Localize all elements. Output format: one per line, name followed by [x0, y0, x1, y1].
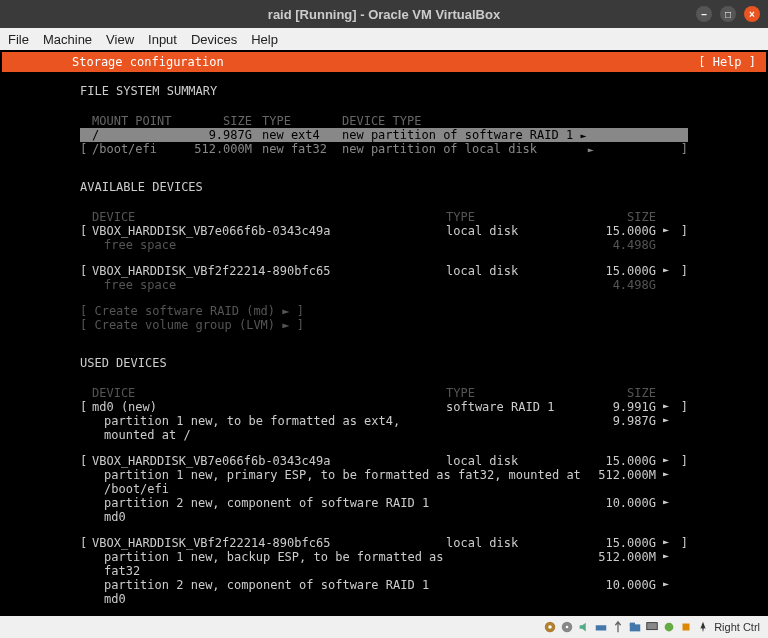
recording-icon[interactable] [662, 620, 676, 634]
used-md0-p1[interactable]: partition 1 new, to be formatted as ext4… [80, 414, 688, 442]
available-device-2-free: free space 4.498G [80, 278, 688, 292]
menu-machine[interactable]: Machine [43, 32, 92, 47]
optical-icon[interactable] [560, 620, 574, 634]
help-button[interactable]: [ Help ] [698, 55, 756, 69]
svg-rect-4 [596, 625, 607, 630]
used-disk1-p1[interactable]: partition 1 new, primary ESP, to be form… [80, 468, 688, 496]
available-headers: DEVICE TYPE SIZE [80, 210, 688, 224]
chevron-right-icon: ► [656, 224, 676, 238]
svg-rect-6 [630, 623, 635, 626]
chevron-right-icon: ► [656, 496, 676, 524]
menu-input[interactable]: Input [148, 32, 177, 47]
col-type: TYPE [262, 114, 342, 128]
available-device-1-free: free space 4.498G [80, 238, 688, 252]
chevron-right-icon: ► [656, 578, 676, 606]
menu-view[interactable]: View [106, 32, 134, 47]
create-lvm-button[interactable]: [ Create volume group (LVM) ► ] [80, 318, 688, 332]
chevron-right-icon: ► [656, 264, 676, 278]
used-title: USED DEVICES [80, 356, 688, 370]
svg-point-1 [548, 625, 552, 629]
chevron-right-icon: ► [580, 130, 586, 141]
fs-row-root[interactable]: [ / 9.987G new ext4 new partition of sof… [80, 128, 688, 142]
minimize-icon[interactable]: – [696, 6, 712, 22]
used-disk2-p1[interactable]: partition 1 new, backup ESP, to be forma… [80, 550, 688, 578]
menu-file[interactable]: File [8, 32, 29, 47]
fs-summary-title: FILE SYSTEM SUMMARY [80, 84, 688, 98]
disk-icon[interactable] [543, 620, 557, 634]
chevron-right-icon: ► [656, 468, 676, 496]
used-headers: DEVICE TYPE SIZE [80, 386, 688, 400]
menubar: File Machine View Input Devices Help [0, 28, 768, 50]
used-disk2-p2[interactable]: partition 2 new, component of software R… [80, 578, 688, 606]
statusbar: Right Ctrl [0, 616, 768, 638]
svg-point-3 [566, 626, 569, 629]
col-size: SIZE [192, 114, 262, 128]
available-device-1[interactable]: [ VBOX_HARDDISK_VB7e066f6b-0343c49a loca… [80, 224, 688, 238]
chevron-right-icon: ► [656, 536, 676, 550]
host-key-label: Right Ctrl [714, 621, 760, 633]
create-raid-button[interactable]: [ Create software RAID (md) ► ] [80, 304, 688, 318]
network-icon[interactable] [594, 620, 608, 634]
usb-icon[interactable] [611, 620, 625, 634]
col-dtype: DEVICE TYPE [342, 114, 688, 128]
close-icon[interactable]: × [744, 6, 760, 22]
menu-help[interactable]: Help [251, 32, 278, 47]
svg-point-8 [665, 623, 674, 632]
installer-header: Storage configuration [ Help ] [2, 52, 766, 72]
col-mount: MOUNT POINT [92, 114, 192, 128]
used-disk1-p2[interactable]: partition 2 new, component of software R… [80, 496, 688, 524]
window-title: raid [Running] - Oracle VM VirtualBox [268, 7, 500, 22]
fs-row-bootefi[interactable]: [ /boot/efi 512.000M new fat32 new parti… [80, 142, 688, 156]
used-disk1[interactable]: [ VBOX_HARDDISK_VB7e066f6b-0343c49a loca… [80, 454, 688, 468]
svg-rect-5 [630, 624, 641, 631]
used-md0[interactable]: [ md0 (new) software RAID 1 9.991G ► ] [80, 400, 688, 414]
svg-rect-7 [647, 623, 658, 630]
chevron-right-icon: ► [656, 414, 676, 442]
cpu-icon[interactable] [679, 620, 693, 634]
vm-screen[interactable]: Storage configuration [ Help ] FILE SYST… [0, 50, 768, 616]
window-titlebar: raid [Running] - Oracle VM VirtualBox – … [0, 0, 768, 28]
svg-rect-9 [683, 624, 690, 631]
chevron-right-icon: ► [656, 400, 676, 414]
window-controls: – □ × [696, 6, 760, 22]
fs-headers: MOUNT POINT SIZE TYPE DEVICE TYPE [80, 114, 688, 128]
chevron-right-icon: ► [656, 454, 676, 468]
chevron-right-icon: ► [588, 144, 594, 155]
display-icon[interactable] [645, 620, 659, 634]
page-title: Storage configuration [12, 55, 698, 69]
shared-folder-icon[interactable] [628, 620, 642, 634]
available-device-2[interactable]: [ VBOX_HARDDISK_VBf2f22214-890bfc65 loca… [80, 264, 688, 278]
maximize-icon[interactable]: □ [720, 6, 736, 22]
chevron-right-icon: ► [656, 550, 676, 578]
audio-icon[interactable] [577, 620, 591, 634]
mouse-icon[interactable] [696, 620, 710, 634]
used-disk2[interactable]: [ VBOX_HARDDISK_VBf2f22214-890bfc65 loca… [80, 536, 688, 550]
available-title: AVAILABLE DEVICES [80, 180, 688, 194]
menu-devices[interactable]: Devices [191, 32, 237, 47]
